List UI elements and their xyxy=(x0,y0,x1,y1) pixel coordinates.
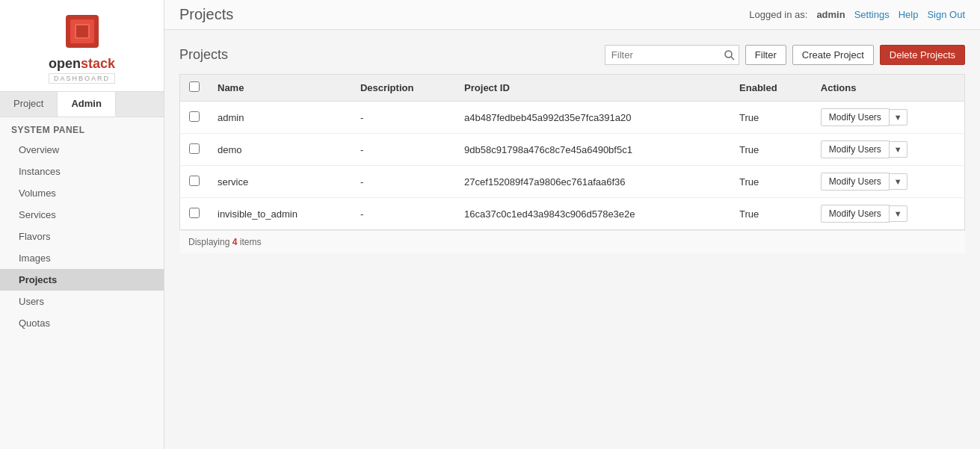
modify-users-button[interactable]: Modify Users xyxy=(821,140,890,158)
row-enabled: True xyxy=(730,102,812,134)
table-footer: Displaying 4 items xyxy=(179,230,965,253)
help-link[interactable]: Help xyxy=(899,9,919,20)
row-checkbox[interactable] xyxy=(189,208,200,218)
action-dropdown-button[interactable]: ▼ xyxy=(890,141,907,158)
col-name: Name xyxy=(209,75,351,102)
content-area: Projects Filter Create Project Delete Pr… xyxy=(164,30,980,449)
row-project-id: 27cef152089f47a9806ec761afaa6f36 xyxy=(455,166,730,198)
main-content: Projects Logged in as: admin Settings He… xyxy=(164,0,980,449)
topbar: Projects Logged in as: admin Settings He… xyxy=(164,0,980,30)
action-dropdown-button[interactable]: ▼ xyxy=(890,109,907,126)
row-checkbox[interactable] xyxy=(189,111,200,122)
row-project-id: 16ca37c0c1ed43a9843c906d578e3e2e xyxy=(455,198,730,230)
row-description: - xyxy=(351,166,455,198)
sign-out-link[interactable]: Sign Out xyxy=(927,9,965,20)
projects-table: Name Description Project ID Enabled Acti… xyxy=(179,74,965,230)
select-all-checkbox[interactable] xyxy=(189,81,200,92)
row-checkbox[interactable] xyxy=(189,143,200,154)
row-actions: Modify Users ▼ xyxy=(812,198,965,230)
openstack-logo-icon xyxy=(60,11,105,52)
col-actions: Actions xyxy=(812,75,965,102)
action-btn-group: Modify Users ▼ xyxy=(821,205,955,223)
row-checkbox-cell xyxy=(180,198,209,230)
row-name[interactable]: invisible_to_admin xyxy=(209,198,351,230)
item-count: 4 xyxy=(232,237,238,247)
logo-sub: DASHBOARD xyxy=(49,73,115,84)
create-project-button[interactable]: Create Project xyxy=(792,45,874,65)
row-checkbox[interactable] xyxy=(189,176,200,186)
row-project-id: 9db58c91798a476c8c7e45a6490bf5c1 xyxy=(455,134,730,166)
logo-area: openstack DASHBOARD xyxy=(0,0,164,92)
row-project-id: a4b487fedbeb45a992d35e7fca391a20 xyxy=(455,102,730,134)
row-checkbox-cell xyxy=(180,102,209,134)
tab-project[interactable]: Project xyxy=(0,92,58,117)
svg-rect-3 xyxy=(76,25,88,37)
header-controls: Filter Create Project Delete Projects xyxy=(605,45,965,65)
tab-admin[interactable]: Admin xyxy=(58,92,115,117)
action-btn-group: Modify Users ▼ xyxy=(821,173,955,191)
topbar-right: Logged in as: admin Settings Help Sign O… xyxy=(749,9,965,20)
filter-button[interactable]: Filter xyxy=(745,45,786,65)
table-header-row: Name Description Project ID Enabled Acti… xyxy=(180,75,965,102)
table-row: invisible_to_admin - 16ca37c0c1ed43a9843… xyxy=(180,198,965,230)
sidebar-item-images[interactable]: Images xyxy=(0,247,164,269)
row-checkbox-cell xyxy=(180,134,209,166)
content-title: Projects xyxy=(179,47,228,63)
sidebar-item-users[interactable]: Users xyxy=(0,291,164,312)
modify-users-button[interactable]: Modify Users xyxy=(821,205,890,223)
logged-in-label: Logged in as: xyxy=(749,9,807,20)
row-name[interactable]: demo xyxy=(209,134,351,166)
sidebar-item-volumes[interactable]: Volumes xyxy=(0,182,164,204)
table-row: admin - a4b487fedbeb45a992d35e7fca391a20… xyxy=(180,102,965,134)
tabs-row: Project Admin xyxy=(0,92,164,117)
row-enabled: True xyxy=(730,134,812,166)
content-header: Projects Filter Create Project Delete Pr… xyxy=(179,45,965,65)
filter-input[interactable] xyxy=(605,45,739,65)
modify-users-button[interactable]: Modify Users xyxy=(821,173,890,191)
delete-projects-button[interactable]: Delete Projects xyxy=(880,45,965,65)
select-all-header xyxy=(180,75,209,102)
row-enabled: True xyxy=(730,166,812,198)
row-enabled: True xyxy=(730,198,812,230)
table-row: demo - 9db58c91798a476c8c7e45a6490bf5c1 … xyxy=(180,134,965,166)
sidebar-item-flavors[interactable]: Flavors xyxy=(0,226,164,247)
sidebar-item-overview[interactable]: Overview xyxy=(0,139,164,161)
row-actions: Modify Users ▼ xyxy=(812,102,965,134)
page-title-top: Projects xyxy=(179,6,233,23)
row-actions: Modify Users ▼ xyxy=(812,166,965,198)
row-name[interactable]: admin xyxy=(209,102,351,134)
action-dropdown-button[interactable]: ▼ xyxy=(890,205,907,222)
svg-line-5 xyxy=(731,57,734,60)
logo-text: openstack xyxy=(7,56,156,72)
row-name[interactable]: service xyxy=(209,166,351,198)
row-description: - xyxy=(351,102,455,134)
logged-in-user: admin xyxy=(816,9,845,20)
col-project-id: Project ID xyxy=(455,75,730,102)
row-description: - xyxy=(351,134,455,166)
action-dropdown-button[interactable]: ▼ xyxy=(890,173,907,190)
svg-point-4 xyxy=(725,51,732,58)
action-btn-group: Modify Users ▼ xyxy=(821,140,955,158)
sidebar-item-quotas[interactable]: Quotas xyxy=(0,312,164,334)
col-enabled: Enabled xyxy=(730,75,812,102)
system-panel-header: System Panel xyxy=(0,117,164,139)
sidebar: openstack DASHBOARD Project Admin System… xyxy=(0,0,164,449)
row-description: - xyxy=(351,198,455,230)
table-row: service - 27cef152089f47a9806ec761afaa6f… xyxy=(180,166,965,198)
row-actions: Modify Users ▼ xyxy=(812,134,965,166)
sidebar-item-projects[interactable]: Projects xyxy=(0,269,164,291)
modify-users-button[interactable]: Modify Users xyxy=(821,108,890,126)
col-description: Description xyxy=(351,75,455,102)
settings-link[interactable]: Settings xyxy=(854,9,890,20)
sidebar-item-services[interactable]: Services xyxy=(0,204,164,226)
sidebar-item-instances[interactable]: Instances xyxy=(0,161,164,182)
row-checkbox-cell xyxy=(180,166,209,198)
filter-input-wrap xyxy=(605,45,739,65)
search-icon xyxy=(724,50,735,61)
action-btn-group: Modify Users ▼ xyxy=(821,108,955,126)
search-icon-button[interactable] xyxy=(724,50,735,61)
